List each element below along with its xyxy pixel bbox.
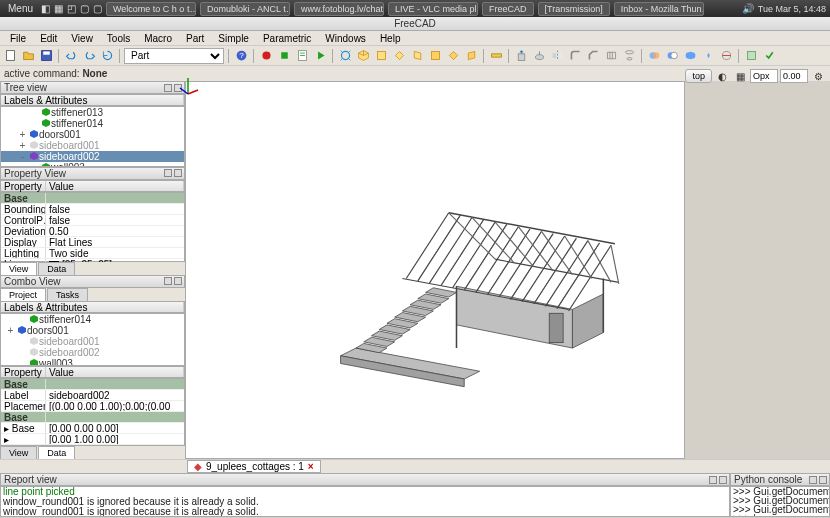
opx-field[interactable] (750, 69, 778, 83)
common-icon[interactable] (700, 48, 716, 64)
section-icon[interactable] (718, 48, 734, 64)
menu-view[interactable]: View (65, 33, 99, 44)
ruled-surface-icon[interactable] (603, 48, 619, 64)
menu-edit[interactable]: Edit (34, 33, 63, 44)
panel-icon[interactable]: ◰ (67, 3, 76, 14)
panel-icon[interactable]: ◧ (41, 3, 50, 14)
menu-macro[interactable]: Macro (138, 33, 178, 44)
3d-viewport[interactable] (185, 81, 685, 459)
expand-icon[interactable]: + (5, 325, 16, 336)
expand-icon[interactable]: + (17, 140, 28, 151)
tree-item[interactable]: sideboard002 (1, 347, 184, 358)
workbench-select[interactable]: Part (124, 48, 224, 64)
property-row[interactable]: LightingTwo side (1, 248, 184, 259)
fit-all-icon[interactable] (337, 48, 353, 64)
property-row[interactable]: Display M…Flat Lines (1, 237, 184, 248)
tree-item[interactable]: -sideboard002 (1, 151, 184, 162)
undock-icon[interactable] (709, 476, 717, 484)
menu-parametric[interactable]: Parametric (257, 33, 317, 44)
menu-windows[interactable]: Windows (319, 33, 372, 44)
task-button[interactable]: LIVE - VLC media pl… (388, 2, 478, 16)
menu-help[interactable]: Help (374, 33, 407, 44)
task-button[interactable]: www.fotoblog.lv/chat… (294, 2, 384, 16)
stop-macro-icon[interactable] (276, 48, 292, 64)
execute-macro-icon[interactable] (312, 48, 328, 64)
top-button[interactable]: top (685, 69, 712, 83)
task-button[interactable]: Welcome to C h o t… (106, 2, 196, 16)
tab-tasks[interactable]: Tasks (47, 288, 88, 301)
panel-icon[interactable]: ▦ (54, 3, 63, 14)
save-icon[interactable] (38, 48, 54, 64)
workspace-icon[interactable]: ▢ (93, 3, 102, 14)
expand-icon[interactable]: + (17, 129, 28, 140)
refresh-icon[interactable] (99, 48, 115, 64)
bottom-view-icon[interactable] (445, 48, 461, 64)
tree-view[interactable]: stiffener013stiffener014+doors001+sidebo… (0, 106, 185, 167)
undock-icon[interactable] (164, 277, 172, 285)
mirror-icon[interactable] (549, 48, 565, 64)
cut-icon[interactable] (664, 48, 680, 64)
property-row[interactable]: Deviation0.50 (1, 226, 184, 237)
revolve-icon[interactable] (531, 48, 547, 64)
fillet-icon[interactable] (567, 48, 583, 64)
top-view-icon[interactable] (391, 48, 407, 64)
menu-tools[interactable]: Tools (101, 33, 136, 44)
undo-icon[interactable] (63, 48, 79, 64)
document-tab[interactable]: ◆ 9_uplees_cottages : 1 × (187, 460, 321, 473)
toggle-icon[interactable]: ◐ (714, 68, 730, 84)
boolean-icon[interactable] (646, 48, 662, 64)
task-button[interactable]: Inbox - Mozilla Thun… (614, 2, 704, 16)
undock-icon[interactable] (164, 169, 172, 177)
menu-simple[interactable]: Simple (212, 33, 255, 44)
extrude-icon[interactable] (513, 48, 529, 64)
rear-view-icon[interactable] (427, 48, 443, 64)
undock-icon[interactable] (164, 84, 172, 92)
task-button[interactable]: [Transmission] (538, 2, 610, 16)
property-row[interactable]: Placement[(0.00 0.00 1.00);0.00;(0.00 2,… (1, 401, 184, 412)
tree-item[interactable]: +doors001 (1, 129, 184, 140)
task-button[interactable]: FreeCAD (482, 2, 534, 16)
dim-field[interactable] (780, 69, 808, 83)
open-icon[interactable] (20, 48, 36, 64)
property-row[interactable]: ▸ Normal[0.00 1.00 0.00] (1, 434, 184, 445)
property-row[interactable]: ControlP…false (1, 215, 184, 226)
tree-item[interactable]: stiffener014 (1, 118, 184, 129)
close-tab-icon[interactable]: × (308, 461, 314, 472)
task-button[interactable]: Domubloki - ANCL t… (200, 2, 290, 16)
tree-item[interactable]: sideboard001 (1, 336, 184, 347)
property-row[interactable]: Bounding…false (1, 204, 184, 215)
undock-icon[interactable] (809, 476, 817, 484)
property-row[interactable]: Labelsideboard002 (1, 390, 184, 401)
tree-item[interactable]: +doors001 (1, 325, 184, 336)
loft-icon[interactable] (621, 48, 637, 64)
front-view-icon[interactable] (373, 48, 389, 64)
tab-data[interactable]: Data (38, 262, 75, 275)
expand-icon[interactable]: - (17, 151, 28, 162)
workspace-icon[interactable]: ▢ (80, 3, 89, 14)
help-icon[interactable]: ? (233, 48, 249, 64)
property-row[interactable]: ▸ Base[0.00 0.00 0.00] (1, 423, 184, 434)
axonometric-icon[interactable] (355, 48, 371, 64)
app-menu[interactable]: Menu (4, 3, 37, 14)
close-icon[interactable] (719, 476, 727, 484)
left-view-icon[interactable] (463, 48, 479, 64)
python-console[interactable]: >>> Gui.getDocument("__uplees_cotta>>> G… (730, 486, 830, 517)
grid-icon[interactable]: ▦ (732, 68, 748, 84)
menu-file[interactable]: File (4, 33, 32, 44)
chamfer-icon[interactable] (585, 48, 601, 64)
settings-icon[interactable]: ⚙ (810, 68, 826, 84)
tree-item[interactable]: stiffener014 (1, 314, 184, 325)
report-view[interactable]: line point pickedwindow_round001 is igno… (0, 486, 730, 517)
close-icon[interactable] (819, 476, 827, 484)
tree-item[interactable]: +sideboard001 (1, 140, 184, 151)
record-macro-icon[interactable] (258, 48, 274, 64)
fuse-icon[interactable] (682, 48, 698, 64)
tree-item[interactable]: stiffener013 (1, 107, 184, 118)
tray-icon[interactable]: 🔊 (742, 3, 754, 14)
tree-item[interactable]: wall003 (1, 358, 184, 366)
macros-icon[interactable] (294, 48, 310, 64)
tab-data[interactable]: Data (38, 446, 75, 459)
property-table[interactable]: BaseBounding…falseControlP…falseDeviatio… (0, 192, 185, 262)
check-geometry-icon[interactable] (761, 48, 777, 64)
tab-view[interactable]: View (0, 446, 37, 459)
